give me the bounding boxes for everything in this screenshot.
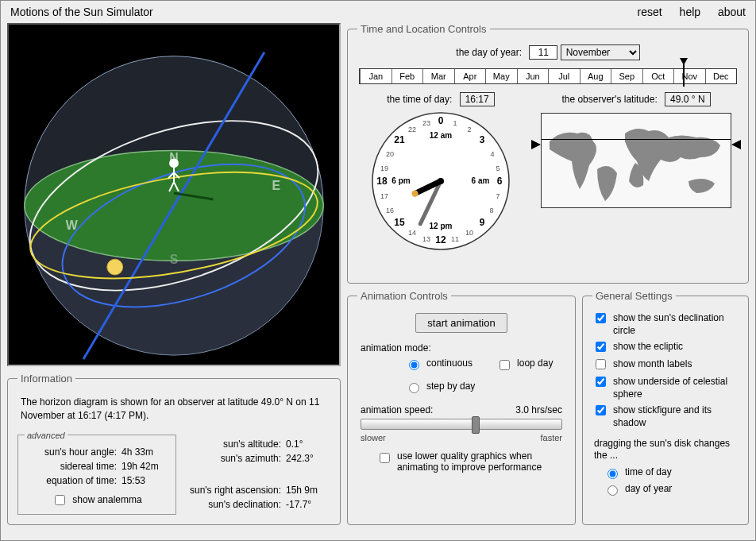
app-title: Motions of the Sun Simulator [10, 6, 153, 18]
ra-value: 15h 9m [286, 485, 330, 496]
svg-text:3: 3 [480, 134, 485, 145]
latitude-line[interactable] [542, 139, 731, 140]
show-month-labels-checkbox[interactable] [596, 359, 606, 369]
altitude-value: 0.1° [286, 439, 330, 450]
svg-text:0: 0 [438, 115, 444, 126]
svg-text:17: 17 [380, 192, 388, 200]
drag-time-radio[interactable] [608, 469, 618, 479]
speed-thumb[interactable] [472, 416, 480, 434]
svg-text:10: 10 [465, 229, 473, 237]
month-slider[interactable]: Jan Feb Mar Apr May Jun Jul Aug Sep Oct … [359, 68, 737, 84]
dec-value: -17.7° [286, 499, 330, 510]
svg-point-7 [170, 159, 178, 167]
svg-text:8: 8 [489, 207, 493, 214]
svg-text:12 pm: 12 pm [430, 222, 453, 230]
svg-marker-44 [531, 140, 541, 149]
azimuth-value: 242.3° [286, 453, 330, 464]
east-label: E [272, 179, 280, 192]
show-declination-checkbox[interactable] [596, 313, 606, 323]
svg-text:12: 12 [435, 234, 446, 245]
eot-value: 15:53 [122, 475, 169, 486]
svg-text:4: 4 [490, 150, 494, 158]
day-of-year-label: the day of year: [456, 47, 522, 58]
reset-link[interactable]: reset [638, 6, 662, 18]
latitude-value[interactable]: 49.0 ° N [665, 92, 711, 106]
clock-face[interactable]: 0 3 6 9 12 15 18 21 1 2 [369, 110, 512, 253]
svg-text:12 am: 12 am [430, 131, 452, 140]
show-ecliptic-checkbox[interactable] [596, 342, 606, 352]
svg-text:6 am: 6 am [472, 176, 490, 185]
svg-text:2: 2 [467, 126, 471, 133]
horizon-diagram[interactable]: N E S W [7, 23, 341, 366]
mode-step-radio[interactable] [409, 383, 419, 393]
speed-value: 3.0 hrs/sec [515, 404, 562, 415]
advanced-group: advanced sun's hour angle:4h 33m siderea… [17, 431, 176, 515]
svg-text:6: 6 [497, 176, 503, 187]
svg-text:15: 15 [394, 217, 405, 228]
month-select[interactable]: November [561, 44, 640, 60]
show-stickfigure-checkbox[interactable] [596, 405, 606, 415]
lat-handle-left[interactable] [531, 140, 541, 152]
svg-text:1: 1 [453, 119, 457, 127]
general-settings-panel: General Settings show the sun's declinat… [582, 290, 749, 525]
svg-text:22: 22 [408, 126, 416, 133]
lat-handle-right[interactable] [731, 140, 741, 152]
sidereal-value: 19h 42m [122, 461, 169, 472]
speed-slider[interactable] [361, 419, 562, 430]
svg-text:7: 7 [496, 192, 499, 200]
show-underside-checkbox[interactable] [596, 377, 606, 387]
titlebar: Motions of the Sun Simulator reset help … [1, 1, 755, 23]
hour-angle-value: 4h 33m [122, 446, 169, 458]
south-label: S [170, 253, 179, 266]
start-animation-button[interactable]: start animation [415, 313, 507, 333]
west-label: W [66, 218, 78, 232]
information-panel: Information The horizon diagram is shown… [7, 373, 341, 525]
svg-text:19: 19 [380, 164, 388, 172]
help-link[interactable]: help [680, 6, 700, 18]
loop-day-checkbox[interactable] [499, 360, 510, 370]
svg-text:6 pm: 6 pm [392, 176, 410, 185]
svg-text:9: 9 [480, 217, 485, 228]
app-window: Motions of the Sun Simulator reset help … [0, 0, 756, 541]
show-analemma-checkbox[interactable] [55, 495, 65, 505]
menu-links: reset help about [623, 6, 746, 18]
info-summary: The horizon diagram is shown for an obse… [21, 396, 327, 423]
svg-text:5: 5 [496, 164, 499, 172]
information-legend: Information [17, 373, 75, 384]
svg-marker-45 [731, 140, 741, 149]
world-map[interactable] [541, 113, 731, 208]
svg-text:13: 13 [422, 235, 430, 243]
drag-day-radio[interactable] [608, 485, 618, 496]
mode-continuous-radio[interactable] [409, 360, 419, 370]
sun-disk [107, 259, 123, 275]
svg-text:11: 11 [451, 235, 459, 243]
svg-text:23: 23 [422, 119, 430, 127]
time-location-panel: Time and Location Controls the day of ye… [347, 23, 749, 284]
svg-text:21: 21 [394, 134, 405, 145]
animation-panel: Animation Controls start animation anima… [347, 290, 576, 525]
svg-text:20: 20 [386, 150, 394, 158]
svg-text:14: 14 [408, 229, 416, 237]
about-link[interactable]: about [718, 6, 746, 18]
svg-text:18: 18 [376, 176, 388, 187]
day-input[interactable] [529, 45, 557, 60]
svg-text:16: 16 [386, 207, 394, 214]
low-quality-checkbox[interactable] [380, 453, 390, 463]
time-of-day-value[interactable]: 16:17 [460, 92, 495, 106]
svg-point-43 [438, 178, 444, 184]
